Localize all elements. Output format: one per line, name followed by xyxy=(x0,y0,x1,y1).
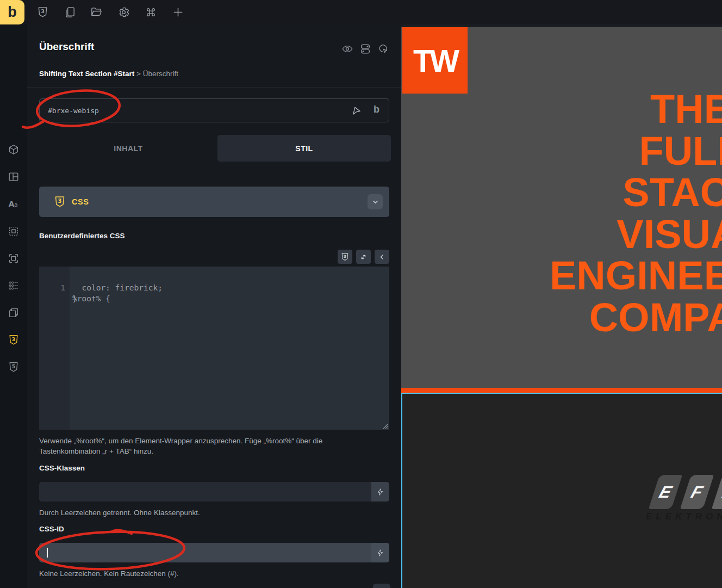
css-id-label: CSS-ID xyxy=(39,525,64,533)
stamp-icon[interactable] xyxy=(8,225,20,237)
efe-logo: E F E xyxy=(654,475,722,509)
dots-grid-icon[interactable] xyxy=(8,280,20,292)
efe-logo-subtext: ELEKTRONIK xyxy=(646,511,722,522)
chevron-down-icon[interactable] xyxy=(368,194,383,209)
pages-icon[interactable] xyxy=(64,6,76,18)
custom-css-code-editor[interactable]: 1 %root% { color: firebrick; } xyxy=(39,267,389,430)
efe-logo-tile: F xyxy=(680,475,714,509)
orange-divider xyxy=(401,388,722,393)
layout-columns-icon[interactable] xyxy=(8,171,20,183)
settings-gear-icon[interactable] xyxy=(117,6,130,18)
left-sidebar xyxy=(0,24,27,588)
heading-line: ENGINEERING xyxy=(419,255,722,297)
css-id-field[interactable] xyxy=(39,543,389,562)
css-classes-help: Durch Leerzeichen getrennt. Ohne Klassen… xyxy=(39,507,200,518)
box-3d-icon[interactable] xyxy=(8,307,20,319)
css3-shield-icon[interactable] xyxy=(8,334,20,346)
custom-css-help: Verwende „%root%“, um den Element-Wrappe… xyxy=(39,436,376,456)
top-toolbar: b xyxy=(0,0,722,24)
builder-preview-canvas[interactable]: TW THE FULL STACK VISUAL ENGINEERING COM… xyxy=(401,24,722,588)
css3-shield-icon[interactable] xyxy=(36,6,49,18)
folder-open-icon[interactable] xyxy=(90,6,103,18)
toggles-icon[interactable] xyxy=(359,43,371,55)
html5-shield-icon[interactable] xyxy=(8,361,20,373)
selected-section[interactable]: E F E ELEKTRONIK xyxy=(401,393,722,588)
resize-handle[interactable] xyxy=(382,422,389,429)
typography-icon[interactable] xyxy=(8,198,20,210)
keyboard-shortcuts-icon[interactable] xyxy=(145,6,157,18)
css-id-input[interactable] xyxy=(46,543,351,561)
tab-style[interactable]: STIL xyxy=(217,135,391,162)
frame-icon[interactable] xyxy=(8,252,20,264)
custom-css-label: Benutzerdefiniertes CSS xyxy=(39,232,125,240)
heading-line: THE xyxy=(419,89,722,131)
site-logo[interactable]: TW xyxy=(402,27,468,94)
selector-input[interactable] xyxy=(48,99,352,122)
shifting-text-heading[interactable]: THE FULL STACK VISUAL ENGINEERING COMPAN… xyxy=(419,89,722,338)
heading-line: VISUAL xyxy=(419,214,722,256)
interactions-icon[interactable] xyxy=(377,43,389,55)
css3-shield-button[interactable] xyxy=(338,250,352,264)
code-line: } xyxy=(72,293,77,304)
partial-button[interactable] xyxy=(373,584,390,588)
accordion-title: CSS xyxy=(72,197,89,206)
page-title: Überschrift xyxy=(39,41,94,53)
bricks-logo[interactable]: b xyxy=(0,0,24,24)
breadcrumb-parent[interactable]: Shifting Text Section #Start xyxy=(39,70,134,78)
efe-logo-tile: E xyxy=(712,475,722,509)
text-caret xyxy=(47,548,48,558)
css-id-help: Keine Leerzeichen. Kein Rautezeichen (#)… xyxy=(39,568,179,579)
breadcrumb-separator: > xyxy=(136,70,141,78)
code-line: color: firebrick; xyxy=(72,282,163,293)
css-classes-input[interactable] xyxy=(46,482,351,500)
css-accordion-header[interactable]: CSS xyxy=(39,187,389,217)
tab-content[interactable]: INHALT xyxy=(39,135,217,162)
heading-line: STACK xyxy=(419,172,722,214)
breadcrumb-current: Überschrift xyxy=(143,70,178,78)
collapse-editor-button[interactable] xyxy=(375,250,389,264)
css3-shield-icon xyxy=(53,195,66,208)
css-classes-label: CSS-Klassen xyxy=(39,464,85,472)
lightning-bolt-icon[interactable] xyxy=(371,543,389,562)
eye-icon[interactable] xyxy=(341,43,353,55)
element-selector-field[interactable]: b xyxy=(39,98,389,122)
element-settings-panel: Überschrift Shifting Text Section #Start… xyxy=(27,24,401,588)
css-classes-field[interactable] xyxy=(39,482,389,502)
breadcrumb: Shifting Text Section #Start > Überschri… xyxy=(39,70,178,78)
add-element-icon[interactable] xyxy=(172,6,184,18)
lightning-bolt-icon[interactable] xyxy=(371,482,389,502)
heading-line: COMPANY xyxy=(419,297,722,339)
element-cube-icon[interactable] xyxy=(8,144,20,156)
divider xyxy=(27,87,401,88)
cursor-icon[interactable] xyxy=(351,105,362,116)
expand-editor-button[interactable] xyxy=(356,250,371,264)
heading-line: FULL xyxy=(419,131,722,172)
bricks-b-icon[interactable]: b xyxy=(374,104,379,115)
efe-logo-tile: E xyxy=(649,475,682,509)
hero-section[interactable]: TW THE FULL STACK VISUAL ENGINEERING COM… xyxy=(401,27,722,388)
